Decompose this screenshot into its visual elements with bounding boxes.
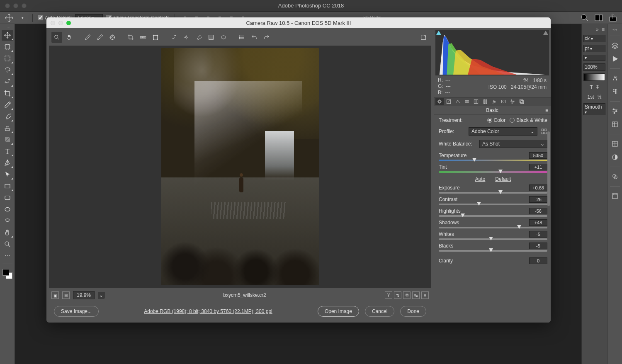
treatment-bw-radio[interactable]: Black & White xyxy=(510,117,547,123)
workflow-options-link[interactable]: Adobe RGB (1998); 8 bit; 3840 by 5760 (2… xyxy=(99,308,318,314)
curve-tab-icon[interactable] xyxy=(445,98,453,105)
copy-icon[interactable]: ⧉ xyxy=(403,291,411,299)
color-icon[interactable] xyxy=(609,152,621,163)
split-tab-icon[interactable] xyxy=(472,98,480,105)
exposure-value[interactable]: +0.68 xyxy=(529,184,547,191)
tool-options-chevron-icon[interactable]: ▾ xyxy=(17,13,27,23)
default-link[interactable]: Default xyxy=(495,176,511,182)
clarity-value[interactable]: 0 xyxy=(529,257,547,264)
play-icon[interactable] xyxy=(609,53,621,64)
exposure-slider[interactable]: Exposure+0.68 xyxy=(439,184,547,194)
search-icon[interactable] xyxy=(580,13,590,23)
type-tool[interactable] xyxy=(2,146,13,157)
hand-tool[interactable] xyxy=(2,227,13,238)
collapse-chevron-icon[interactable]: ◂◂ xyxy=(612,27,617,32)
lasso-tool[interactable] xyxy=(2,65,13,75)
profile-dropdown[interactable]: Adobe Color⌄ xyxy=(469,127,537,136)
zoom-dot[interactable] xyxy=(22,3,27,8)
custom-shape-tool[interactable] xyxy=(2,216,13,226)
metrics-dropdown[interactable]: ▾ xyxy=(583,55,605,61)
crop-tool[interactable] xyxy=(2,88,13,99)
tint-slider[interactable]: Tint+11 xyxy=(439,164,547,173)
temperature-slider[interactable]: Temperature5350 xyxy=(439,152,547,161)
tint-value[interactable]: +11 xyxy=(529,164,547,170)
zoom-tool[interactable] xyxy=(2,239,13,250)
libraries-icon[interactable] xyxy=(609,171,621,182)
font-pt-dropdown[interactable]: pt ▾ xyxy=(583,45,605,52)
bold-icon[interactable]: T xyxy=(590,84,593,90)
ellipse-tool[interactable] xyxy=(2,204,13,215)
aa-dropdown[interactable]: Smooth ▾ xyxy=(583,103,605,115)
zoom-value[interactable]: 19.9% xyxy=(73,291,95,299)
clone-stamp-tool[interactable] xyxy=(2,123,13,133)
fg-bg-color[interactable] xyxy=(2,268,13,280)
font-track-dropdown[interactable]: ck ▾ xyxy=(583,35,605,42)
cr-color-sampler-tool[interactable] xyxy=(95,32,105,43)
panel-menu-icon[interactable]: ≡ xyxy=(545,107,548,113)
treatment-color-radio[interactable]: Color xyxy=(487,117,506,123)
opacity-field[interactable]: 100% xyxy=(583,63,605,71)
auto-link[interactable]: Auto xyxy=(475,176,486,182)
strike-icon[interactable]: T xyxy=(596,84,599,90)
whites-slider[interactable]: Whites-5 xyxy=(439,231,547,240)
move-tool-indicator-icon[interactable] xyxy=(4,13,14,23)
share-icon[interactable] xyxy=(608,13,618,23)
path-select-tool[interactable] xyxy=(2,169,13,180)
blacks-slider[interactable]: Blacks-5 xyxy=(439,243,547,252)
ordinal-icon[interactable]: 1st xyxy=(587,94,594,100)
minimize-dot[interactable] xyxy=(13,3,18,8)
close-dot[interactable] xyxy=(5,3,10,8)
gradient-swatch[interactable] xyxy=(583,73,605,81)
before-after-y-icon[interactable]: Y xyxy=(385,291,392,299)
cr-undo-tool[interactable] xyxy=(249,32,260,43)
artboard-tool[interactable] xyxy=(2,41,13,52)
cr-fullscreen-tool[interactable] xyxy=(418,32,429,43)
panel-chevrons-icon[interactable]: » ≡ xyxy=(583,27,605,32)
cr-wb-tool[interactable] xyxy=(82,32,93,43)
detail-tab-icon[interactable] xyxy=(454,98,462,105)
shadows-value[interactable]: +48 xyxy=(529,219,547,226)
cancel-button[interactable]: Cancel xyxy=(365,306,394,317)
cycle-icon[interactable]: ↹ xyxy=(412,291,420,299)
done-button[interactable]: Done xyxy=(400,306,426,317)
filmstrip-horiz-icon[interactable]: ⊞ xyxy=(62,291,70,299)
histogram[interactable] xyxy=(435,30,549,75)
brush-tool[interactable] xyxy=(2,111,13,122)
cr-preview-area[interactable] xyxy=(49,46,431,288)
cr-transform-tool[interactable] xyxy=(150,32,161,43)
snapshots-tab-icon[interactable] xyxy=(518,98,526,105)
prefs-icon[interactable]: ≡ xyxy=(421,291,429,299)
cr-presets-tool[interactable] xyxy=(236,32,247,43)
zoom-dropdown[interactable]: ⌄ xyxy=(98,292,104,298)
pen-tool[interactable] xyxy=(2,158,13,168)
cr-spot-removal-tool[interactable] xyxy=(168,32,179,43)
contrast-value[interactable]: -26 xyxy=(529,196,547,203)
styles-icon[interactable] xyxy=(609,119,621,130)
cr-brush-tool[interactable] xyxy=(193,32,204,43)
cr-straighten-tool[interactable] xyxy=(138,32,148,43)
wb-dropdown[interactable]: As Shot⌄ xyxy=(479,140,547,148)
edit-toolbar[interactable]: ⋯ xyxy=(2,250,13,261)
cr-target-adjust-tool[interactable] xyxy=(107,32,118,43)
paragraph-icon[interactable] xyxy=(609,86,621,97)
highlights-value[interactable]: -56 xyxy=(529,208,547,214)
cr-zoom-tool[interactable] xyxy=(51,32,62,43)
marquee-tool[interactable] xyxy=(2,53,13,64)
panel-grip[interactable] xyxy=(3,26,12,28)
properties-icon[interactable] xyxy=(609,191,621,201)
quick-select-tool[interactable] xyxy=(2,76,13,87)
move-tool[interactable] xyxy=(2,30,13,41)
fraction-icon[interactable]: ½ xyxy=(598,94,602,100)
fx-tab-icon[interactable]: fx xyxy=(490,98,498,105)
cr-redeye-tool[interactable] xyxy=(181,32,192,43)
gradient-tool[interactable] xyxy=(2,134,13,145)
clarity-slider[interactable]: Clarity0 xyxy=(439,257,547,264)
grid-icon[interactable] xyxy=(609,138,621,149)
cr-hand-tool[interactable] xyxy=(64,32,75,43)
profile-browser-icon[interactable] xyxy=(541,128,547,135)
cr-redo-tool[interactable] xyxy=(261,32,272,43)
presets-tab-icon[interactable] xyxy=(508,98,517,105)
blacks-value[interactable]: -5 xyxy=(529,243,547,249)
temperature-value[interactable]: 5350 xyxy=(529,152,547,159)
lens-tab-icon[interactable] xyxy=(481,98,489,105)
